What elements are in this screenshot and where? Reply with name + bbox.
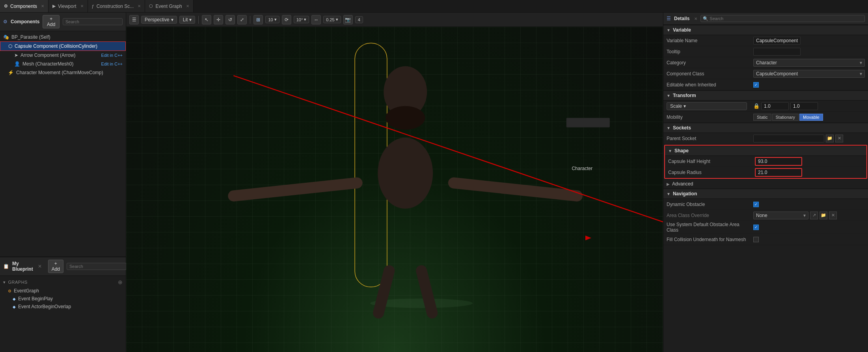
scale-y-input[interactable] <box>790 102 818 110</box>
details-search-input[interactable] <box>700 15 865 22</box>
grid-snap-button[interactable]: ⊞ <box>253 15 263 24</box>
editable-checkbox[interactable]: ✓ <box>753 82 759 88</box>
advanced-row[interactable]: ▶ Advanced <box>663 180 868 189</box>
select-tool[interactable]: ↖ <box>202 15 211 24</box>
socket-clear-icon[interactable]: ✕ <box>835 135 843 142</box>
scale-value-btn[interactable]: 0.25 ▾ <box>323 16 341 23</box>
tab-components-label: Components <box>10 4 37 9</box>
details-close[interactable]: ✕ <box>694 17 697 21</box>
tab-construction[interactable]: ƒ Construction Sc... ✕ <box>88 0 145 12</box>
svg-text:Character: Character <box>572 166 592 171</box>
camera-value-btn[interactable]: 4 <box>355 16 363 23</box>
static-button[interactable]: Static <box>753 114 771 121</box>
tooltip-input[interactable] <box>753 48 801 56</box>
component-arrow-label: Arrow Component (Arrow) <box>20 52 75 58</box>
section-transform[interactable]: ▼ Transform <box>663 90 868 101</box>
component-item-mesh[interactable]: 👤 Mesh (CharacterMesh0) Edit in C++ <box>0 60 126 68</box>
tab-construction-close[interactable]: ✕ <box>138 4 141 8</box>
svg-line-8 <box>421 271 432 313</box>
component-class-value: CapsuleComponent ▾ <box>750 70 868 78</box>
dynamic-obstacle-checkbox[interactable]: ✓ <box>753 202 759 207</box>
capsule-radius-input[interactable] <box>755 168 802 177</box>
component-item-capsule[interactable]: ⬡ Capsule Component (CollisionCylinder) <box>0 41 126 51</box>
viewport-bg: Character <box>126 27 663 352</box>
system-default-checkbox[interactable]: ✓ <box>753 225 759 230</box>
bp-graphs-add[interactable]: ⊕ <box>118 279 123 285</box>
variable-name-input[interactable] <box>753 37 801 45</box>
bp-item-eventgraph[interactable]: ⚙ EventGraph <box>0 287 126 295</box>
scale-x-input[interactable] <box>761 102 789 110</box>
fill-collision-checkbox[interactable] <box>753 237 759 242</box>
camera-button[interactable]: 📷 <box>343 15 353 24</box>
components-panel-title: Components <box>11 19 39 24</box>
blueprint-search-input[interactable] <box>67 263 127 270</box>
transform-section-title: Transform <box>673 93 696 98</box>
capsule-half-height-label: Capsule Half Height <box>665 159 752 164</box>
tab-components-close[interactable]: ✕ <box>41 4 44 8</box>
move-tool[interactable]: ✛ <box>214 15 223 24</box>
arrow-edit-link[interactable]: Edit in C++ <box>101 53 123 58</box>
component-item-arrow[interactable]: ➤ Arrow Component (Arrow) Edit in C++ <box>0 51 126 60</box>
character-svg: Character <box>126 27 663 352</box>
scale-dropdown-arrow: ▾ <box>684 103 686 109</box>
tab-viewport[interactable]: ▶ Viewport ✕ <box>48 0 88 12</box>
movable-button[interactable]: Movable <box>799 114 823 121</box>
parent-socket-input[interactable] <box>753 135 824 142</box>
area-class-dropdown-value: None <box>756 213 767 218</box>
section-sockets[interactable]: ▼ Sockets <box>663 123 868 133</box>
area-class-dropdown[interactable]: None ▾ <box>753 212 808 219</box>
socket-browse-icon[interactable]: 📁 <box>826 135 834 142</box>
bp-eventgraph-label: EventGraph <box>14 288 39 294</box>
area-class-browse-icon[interactable]: 📁 <box>820 212 827 219</box>
tab-eventgraph[interactable]: ⬡ Event Graph ✕ <box>145 0 193 12</box>
tab-viewport-close[interactable]: ✕ <box>80 4 84 8</box>
svg-rect-1 <box>355 43 387 287</box>
tooltip-row: Tooltip <box>663 46 868 57</box>
blueprint-add-button[interactable]: + Add <box>48 260 63 273</box>
angle-dropdown-arrow: ▾ <box>304 17 306 22</box>
left-panel: ⚙ Components + Add 🎭 BP_Parasite (Self) … <box>0 13 126 352</box>
capsule-half-height-input[interactable] <box>755 157 802 166</box>
area-class-clear-icon[interactable]: ✕ <box>829 212 837 219</box>
camera-value: 4 <box>358 17 360 22</box>
lit-dropdown[interactable]: Lit ▾ <box>179 16 196 24</box>
components-add-button[interactable]: + Add <box>43 15 60 28</box>
perspective-dropdown[interactable]: Perspective ▾ <box>141 16 177 24</box>
blueprint-close[interactable]: ✕ <box>38 264 42 269</box>
rotate-tool[interactable]: ↺ <box>225 15 235 24</box>
capsule-half-height-value <box>752 157 866 166</box>
bp-item-beginplay[interactable]: ◆ Event BeginPlay <box>0 295 126 303</box>
component-item-self[interactable]: 🎭 BP_Parasite (Self) <box>0 33 126 41</box>
lit-label: Lit <box>183 17 188 22</box>
grid-value-btn[interactable]: 10 ▾ <box>265 16 279 23</box>
section-navigation[interactable]: ▼ Navigation <box>663 189 868 199</box>
tab-eventgraph-close[interactable]: ✕ <box>186 4 189 8</box>
angle-snap-button[interactable]: ⟳ <box>282 15 291 24</box>
component-class-dropdown[interactable]: CapsuleComponent ▾ <box>753 70 865 78</box>
angle-value-btn[interactable]: 10° ▾ <box>294 16 309 23</box>
blueprint-panel-header: 📋 My Blueprint ✕ + Add ⚙ <box>0 257 126 276</box>
dynamic-obstacle-row: Dynamic Obstacle ✓ <box>663 199 868 210</box>
svg-rect-12 <box>566 118 610 127</box>
mesh-edit-link[interactable]: Edit in C++ <box>101 62 123 66</box>
scale-tool[interactable]: ⤢ <box>237 15 247 24</box>
area-class-navigate-icon[interactable]: ↗ <box>810 212 818 219</box>
components-search-input[interactable] <box>63 18 123 25</box>
category-dropdown-value: Character <box>756 60 777 66</box>
viewport-menu-button[interactable]: ☰ <box>129 15 139 24</box>
scale-label: Scale ▾ <box>663 102 750 110</box>
tab-components[interactable]: ⚙ Components ✕ <box>0 0 48 12</box>
details-search-wrap: 🔍 <box>700 15 865 22</box>
section-shape[interactable]: ▼ Shape <box>665 146 866 156</box>
viewport-area[interactable]: Character <box>126 27 663 352</box>
component-item-movement[interactable]: ⚡ Character Movement (CharmMoveComp) <box>0 68 126 77</box>
scale-dropdown[interactable]: Scale ▾ <box>667 102 747 110</box>
scale-lock-icon[interactable]: 🔒 <box>753 103 760 109</box>
editable-label: Editable when Inherited <box>663 82 750 88</box>
scale-snap-button[interactable]: ↔ <box>311 15 321 24</box>
bp-item-actoroverlap[interactable]: ◆ Event ActorBeginOverlap <box>0 303 126 311</box>
stationary-button[interactable]: Stationary <box>772 114 799 121</box>
category-dropdown[interactable]: Character ▾ <box>753 59 865 67</box>
dynamic-obstacle-value: ✓ <box>750 202 868 207</box>
section-variable[interactable]: ▼ Variable <box>663 25 868 35</box>
